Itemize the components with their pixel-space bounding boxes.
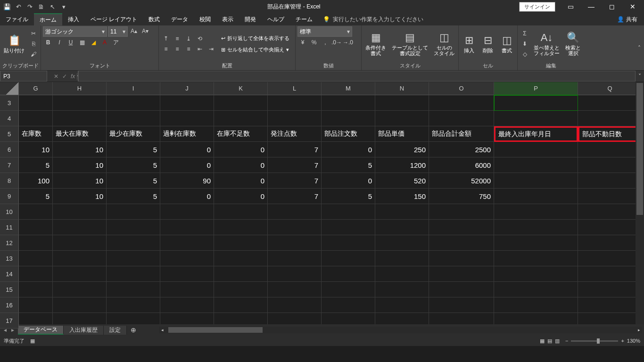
row-header[interactable]: 3 <box>0 95 19 111</box>
sheet-tab[interactable]: 設定 <box>104 326 127 335</box>
cell[interactable] <box>214 313 268 324</box>
cell[interactable] <box>107 282 160 297</box>
row-header[interactable]: 15 <box>0 282 19 297</box>
increase-font-icon[interactable]: A▴ <box>129 26 139 36</box>
bold-icon[interactable]: B <box>43 38 53 47</box>
font-size-combo[interactable]: ▾ <box>108 26 128 37</box>
cursor-icon[interactable]: ↖ <box>47 1 58 12</box>
cell[interactable] <box>160 313 214 324</box>
cell[interactable] <box>578 204 642 220</box>
row-header[interactable]: 9 <box>0 189 19 204</box>
cell[interactable] <box>268 282 322 297</box>
cell[interactable] <box>160 251 214 266</box>
sort-filter-button[interactable]: A↓並べ替えと フィルター <box>532 31 561 57</box>
find-select-button[interactable]: 🔍検索と 選択 <box>563 31 583 57</box>
page-break-view-icon[interactable]: ▥ <box>555 338 560 344</box>
cell[interactable]: 100 <box>19 173 53 189</box>
font-name-combo[interactable]: ▾ <box>43 26 107 37</box>
cell[interactable] <box>494 189 578 204</box>
cell[interactable]: 過剰在庫数 <box>160 126 214 142</box>
cell[interactable] <box>214 235 268 251</box>
cell[interactable] <box>375 204 429 220</box>
cell[interactable]: 0 <box>160 189 214 204</box>
column-header[interactable]: P <box>494 82 578 95</box>
cell[interactable] <box>107 313 160 324</box>
cell[interactable]: 7 <box>268 189 322 204</box>
cell[interactable] <box>107 111 160 126</box>
cell[interactable] <box>214 297 268 313</box>
scrollbar-thumb[interactable] <box>168 327 263 333</box>
align-bottom-icon[interactable]: ⤓ <box>183 34 194 43</box>
cell[interactable]: 7 <box>268 142 322 157</box>
column-header[interactable]: J <box>160 82 214 95</box>
scrollbar-thumb[interactable] <box>636 83 643 215</box>
undo-icon[interactable]: ↶ <box>13 1 24 12</box>
ribbon-tab-表示[interactable]: 表示 <box>216 13 239 25</box>
cell[interactable] <box>578 142 642 157</box>
cell[interactable]: 0 <box>322 142 375 157</box>
cell[interactable] <box>107 266 160 282</box>
cell[interactable] <box>322 297 375 313</box>
maximize-button[interactable]: ◻ <box>603 1 621 12</box>
autosum-icon[interactable]: Σ <box>520 29 530 38</box>
cell[interactable]: 部品合計金額 <box>429 126 494 142</box>
cell[interactable] <box>107 220 160 235</box>
row-header[interactable]: 10 <box>0 204 19 220</box>
cell[interactable] <box>53 313 107 324</box>
zoom-handle[interactable] <box>597 338 600 344</box>
page-layout-view-icon[interactable]: ▤ <box>547 338 552 344</box>
cell[interactable] <box>160 220 214 235</box>
zoom-level[interactable]: 130% <box>627 338 640 344</box>
column-header[interactable]: H <box>53 82 107 95</box>
sheet-tab[interactable]: データベース <box>18 326 64 335</box>
border-icon[interactable]: ▦ <box>77 38 87 47</box>
cell[interactable] <box>322 266 375 282</box>
cancel-formula-icon[interactable]: ✕ <box>54 73 58 80</box>
cell[interactable] <box>19 313 53 324</box>
row-header[interactable]: 12 <box>0 235 19 251</box>
cell[interactable] <box>494 235 578 251</box>
underline-icon[interactable]: U <box>66 38 76 47</box>
cell[interactable]: 7 <box>268 157 322 173</box>
cell[interactable] <box>322 220 375 235</box>
ribbon-tab-校閲[interactable]: 校閲 <box>194 13 216 25</box>
paste-button[interactable]: 📋 貼り付け <box>2 33 26 54</box>
cell[interactable] <box>214 95 268 111</box>
cell[interactable]: 2500 <box>429 142 494 157</box>
align-left-icon[interactable]: ≡ <box>161 44 171 54</box>
row-header[interactable]: 16 <box>0 297 19 313</box>
cell[interactable] <box>160 95 214 111</box>
cell[interactable] <box>494 297 578 313</box>
cell[interactable]: 部品単価 <box>375 126 429 142</box>
row-header[interactable]: 4 <box>0 111 19 126</box>
cell[interactable] <box>19 235 53 251</box>
wrap-text-button[interactable]: ↩折り返して全体を表示する <box>218 33 292 43</box>
cell[interactable] <box>494 142 578 157</box>
close-button[interactable]: ✕ <box>623 1 642 12</box>
cell[interactable] <box>214 282 268 297</box>
cell[interactable] <box>375 297 429 313</box>
merge-center-button[interactable]: ⊞セルを結合して中央揃え▾ <box>218 44 292 55</box>
cell[interactable] <box>160 266 214 282</box>
cell[interactable] <box>429 266 494 282</box>
cell[interactable]: 5 <box>107 142 160 157</box>
row-header[interactable]: 8 <box>0 173 19 189</box>
cell[interactable] <box>429 282 494 297</box>
cell[interactable] <box>19 297 53 313</box>
number-format-combo[interactable]: ▾ <box>297 26 352 37</box>
cell[interactable] <box>107 204 160 220</box>
orientation-icon[interactable]: ⟲ <box>195 34 205 43</box>
cell[interactable] <box>53 297 107 313</box>
cell[interactable] <box>494 313 578 324</box>
tell-me-search[interactable]: 💡 実行したい作業を入力してください <box>318 13 428 25</box>
cell[interactable]: 750 <box>429 189 494 204</box>
decrease-indent-icon[interactable]: ⇤ <box>195 44 205 54</box>
align-top-icon[interactable]: ⤒ <box>161 34 171 43</box>
cell[interactable] <box>494 173 578 189</box>
fill-color-icon[interactable]: ◢ <box>88 38 99 47</box>
cell[interactable]: 5 <box>107 189 160 204</box>
cell[interactable]: 1200 <box>375 157 429 173</box>
cell[interactable]: 部品不動日数 <box>578 126 642 142</box>
cell[interactable] <box>429 313 494 324</box>
cell[interactable] <box>429 235 494 251</box>
